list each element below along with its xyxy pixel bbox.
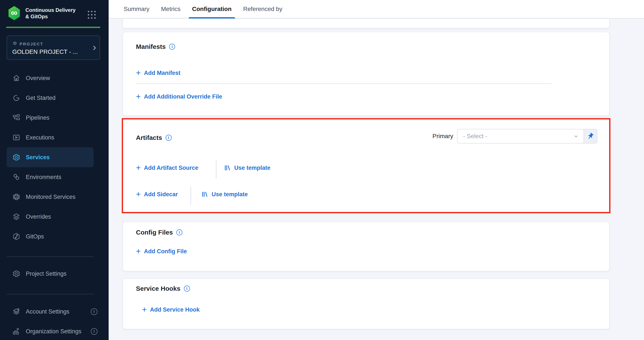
sidebar-item-account-settings[interactable]: Account Settings i	[0, 302, 108, 321]
sidebar-divider	[7, 256, 94, 257]
add-artifact-source-button[interactable]: + Add Artifact Source	[136, 164, 198, 172]
main-panel: Summary Metrics Configuration Referenced…	[108, 0, 644, 340]
sidebar-item-get-started[interactable]: Get Started	[0, 88, 108, 108]
primary-select-group: - Select -	[457, 129, 597, 144]
gitops-icon	[12, 232, 21, 241]
plus-icon: +	[136, 247, 141, 255]
tab-metrics[interactable]: Metrics	[158, 0, 184, 18]
plus-icon: +	[136, 164, 141, 172]
manifests-divider	[136, 84, 552, 84]
monitored-services-icon	[12, 193, 21, 201]
sidebar-item-services[interactable]: Services	[7, 147, 94, 167]
plus-icon: +	[142, 305, 147, 313]
tab-configuration[interactable]: Configuration	[189, 0, 235, 18]
project-label: PROJECT	[20, 42, 44, 47]
artifacts-title-row: Artifacts i	[136, 134, 172, 141]
sidebar-item-environments[interactable]: Environments	[0, 167, 108, 187]
primary-artifact-row: Primary - Select -	[432, 129, 597, 144]
artifacts-info-icon[interactable]: i	[166, 135, 172, 141]
executions-icon	[12, 133, 21, 142]
sidebar-item-pipelines[interactable]: Pipelines	[0, 108, 108, 128]
module-grid-icon[interactable]	[88, 11, 96, 19]
overrides-layers-icon	[12, 212, 21, 221]
tab-summary[interactable]: Summary	[120, 0, 153, 18]
add-config-file-button[interactable]: + Add Config File	[136, 248, 187, 255]
brand-header: ∞ Continuous Delivery & GitOps	[0, 0, 108, 28]
home-icon	[12, 74, 21, 82]
cube-icon	[12, 41, 18, 46]
pipelines-icon	[12, 113, 21, 122]
account-settings-icon	[12, 307, 21, 316]
previous-card-bottom	[123, 19, 609, 28]
service-hooks-title: Service Hooks	[136, 285, 180, 292]
manifests-title: Manifests	[136, 43, 166, 50]
service-hooks-title-row: Service Hooks i	[136, 285, 190, 292]
sidecar-row-divider	[190, 187, 191, 205]
sidebar-item-executions[interactable]: Executions	[0, 128, 108, 147]
config-files-title: Config Files	[136, 229, 173, 236]
brand-underline	[6, 27, 100, 28]
manifests-card: Manifests i + Add Manifest + Add Additio…	[123, 32, 609, 116]
environments-icon	[12, 173, 21, 181]
add-additional-override-file-button[interactable]: + Add Additional Override File	[136, 93, 222, 101]
template-library-icon	[201, 191, 208, 198]
add-sidecar-button[interactable]: + Add Sidecar	[136, 191, 178, 198]
artifacts-title: Artifacts	[136, 134, 162, 141]
chevron-right-icon: ›	[93, 41, 96, 53]
sidebar: ∞ Continuous Delivery & GitOps PROJECT G…	[0, 0, 108, 340]
config-files-title-row: Config Files i	[136, 229, 182, 236]
primary-artifact-select[interactable]: - Select -	[458, 129, 584, 143]
organization-settings-info-icon[interactable]: i	[91, 328, 98, 335]
plus-icon: +	[136, 92, 141, 101]
manifests-title-row: Manifests i	[136, 43, 175, 50]
sidebar-nav: Overview Get Started Pipelines	[0, 68, 108, 246]
config-files-info-icon[interactable]: i	[176, 229, 182, 235]
sidebar-item-gitops[interactable]: GitOps	[0, 227, 108, 246]
manifests-info-icon[interactable]: i	[169, 44, 175, 50]
project-settings-gear-icon	[12, 269, 21, 278]
use-template-artifact-button[interactable]: Use template	[224, 164, 270, 172]
sidebar-item-overrides[interactable]: Overrides	[0, 207, 108, 227]
services-gear-icon	[12, 153, 21, 162]
pin-primary-artifact-button[interactable]	[584, 129, 597, 143]
tab-referenced-by[interactable]: Referenced by	[240, 0, 286, 18]
chevron-down-icon	[573, 133, 579, 139]
project-name: GOLDEN PROJECT - ...	[12, 49, 91, 55]
use-template-sidecar-button[interactable]: Use template	[201, 191, 248, 198]
plus-icon: +	[136, 69, 141, 77]
harness-cd-logo-icon: ∞	[8, 6, 21, 20]
configuration-content: Manifests i + Add Manifest + Add Additio…	[108, 19, 644, 340]
account-settings-info-icon[interactable]: i	[91, 308, 98, 315]
get-started-icon	[12, 94, 21, 102]
pushpin-icon	[587, 133, 594, 140]
service-hooks-info-icon[interactable]: i	[184, 285, 190, 291]
sidebar-item-monitored-services[interactable]: Monitored Services	[0, 187, 108, 207]
primary-label: Primary	[432, 133, 453, 140]
add-manifest-button[interactable]: + Add Manifest	[136, 69, 180, 77]
sidebar-item-overview[interactable]: Overview	[0, 68, 108, 88]
artifacts-card: Artifacts i Primary - Select -	[123, 119, 609, 212]
template-library-icon	[224, 164, 231, 172]
organization-settings-icon	[12, 327, 21, 336]
sidebar-item-project-settings[interactable]: Project Settings	[0, 264, 108, 284]
select-placeholder: - Select -	[463, 133, 573, 140]
service-tabbar: Summary Metrics Configuration Referenced…	[108, 0, 644, 19]
plus-icon: +	[136, 190, 141, 198]
product-title: Continuous Delivery & GitOps	[26, 7, 80, 20]
sidebar-item-organization-settings[interactable]: Organization Settings i	[0, 321, 108, 340]
service-hooks-card: Service Hooks i + Add Service Hook	[123, 279, 609, 329]
logo-glyph: ∞	[11, 8, 18, 17]
project-selector[interactable]: PROJECT GOLDEN PROJECT - ... ›	[7, 36, 100, 60]
artifact-row-divider	[216, 160, 216, 178]
config-files-card: Config Files i + Add Config File	[123, 222, 609, 271]
sidebar-divider-2	[7, 294, 94, 294]
app-root: ∞ Continuous Delivery & GitOps PROJECT G…	[0, 0, 644, 340]
add-service-hook-button[interactable]: + Add Service Hook	[142, 306, 200, 313]
